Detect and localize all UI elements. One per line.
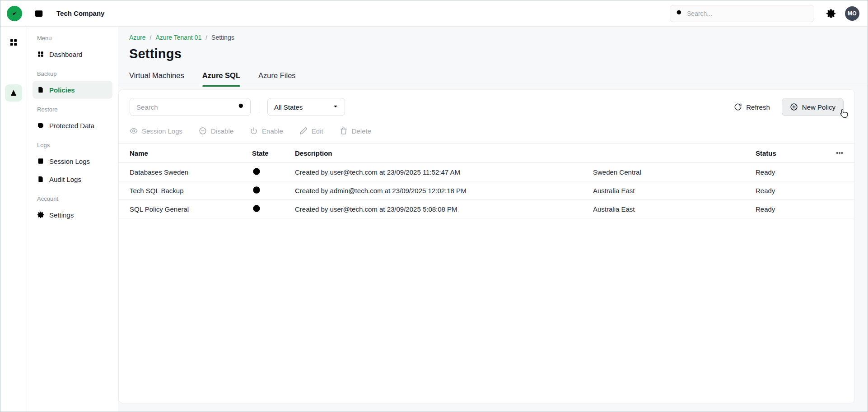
table-header-row: Name State Description Status <box>119 143 854 163</box>
new-policy-button[interactable]: New Policy <box>782 98 844 116</box>
bulk-action-label: Enable <box>262 127 283 135</box>
sidebar-section-menu: Menu <box>37 35 108 42</box>
sidebar-item-label: Session Logs <box>49 157 90 165</box>
policy-name: SQL Policy General <box>130 205 252 213</box>
breadcrumb-tenant[interactable]: Azure Tenant 01 <box>155 34 201 41</box>
chevron-down-icon <box>332 103 339 111</box>
company-name: Tech Company <box>56 9 104 17</box>
global-search[interactable] <box>670 5 814 22</box>
settings-icon <box>37 211 44 218</box>
brand-logo-icon <box>7 6 22 21</box>
table-options-button[interactable] <box>835 149 844 157</box>
eye-icon <box>130 127 138 135</box>
state-filter-dropdown[interactable]: All States <box>267 98 345 116</box>
topbar-left: Tech Company <box>7 6 104 21</box>
bulk-enable-button[interactable]: Enable <box>250 127 283 135</box>
breadcrumb-separator: / <box>150 34 152 41</box>
sidebar-section-restore: Restore <box>37 106 108 113</box>
plus-circle-icon <box>790 103 798 111</box>
policies-icon <box>37 86 44 93</box>
table-row[interactable]: Tech SQL Backup Created by admin@tech.co… <box>119 181 854 200</box>
table-header-state: State <box>252 149 295 157</box>
table-row[interactable]: SQL Policy General Created by user@tech.… <box>119 200 854 218</box>
main-content: Azure / Azure Tenant 01 / Settings Setti… <box>118 27 868 412</box>
policy-description: Created by admin@tech.com at 23/09/2025 … <box>295 187 593 194</box>
refresh-icon <box>734 103 742 111</box>
bulk-action-label: Disable <box>211 127 233 135</box>
breadcrumb-current: Settings <box>211 34 234 41</box>
policy-search-input[interactable] <box>136 103 238 111</box>
minus-circle-icon <box>199 127 207 135</box>
settings-gear-icon[interactable] <box>826 9 836 19</box>
page-title: Settings <box>129 46 868 61</box>
pencil-icon <box>299 127 308 135</box>
state-ok-icon <box>252 167 295 177</box>
audit-logs-icon <box>37 176 44 183</box>
policy-description: Created by user@tech.com at 23/09/2025 5… <box>295 205 593 213</box>
card-toolbar: All States Refresh <box>119 90 854 122</box>
body-columns: Menu Dashboard Backup Policies Restore P <box>0 27 868 412</box>
table-row[interactable]: Databases Sweden Created by user@tech.co… <box>119 163 854 181</box>
policy-status: Ready <box>756 168 826 176</box>
search-icon <box>238 102 245 111</box>
trash-icon <box>340 127 348 135</box>
sidebar-item-audit-logs[interactable]: Audit Logs <box>33 170 112 188</box>
bulk-session-logs-button[interactable]: Session Logs <box>130 127 182 135</box>
policy-name: Tech SQL Backup <box>130 187 252 194</box>
policies-table: Name State Description Status Databases … <box>119 143 854 218</box>
topbar-right: MO <box>670 5 859 22</box>
policy-name: Databases Sweden <box>130 168 252 176</box>
refresh-label: Refresh <box>746 103 770 111</box>
topbar: Tech Company MO <box>0 0 868 27</box>
sidebar-toggle-button[interactable] <box>34 9 44 19</box>
policy-search[interactable] <box>130 98 251 116</box>
bulk-action-label: Edit <box>312 127 323 135</box>
bulk-disable-button[interactable]: Disable <box>199 127 233 135</box>
bulk-action-bar: Session Logs Disable Enable <box>119 122 854 143</box>
tab-bar: Virtual Machines Azure SQL Azure Files <box>118 71 868 86</box>
table-header-description: Description <box>295 149 593 157</box>
table-header-name: Name <box>130 149 252 157</box>
tab-azure-sql[interactable]: Azure SQL <box>202 71 240 86</box>
sidebar-item-session-logs[interactable]: Session Logs <box>33 152 112 170</box>
global-search-input[interactable] <box>687 10 808 17</box>
app-window: Tech Company MO Me <box>0 0 868 412</box>
table-header-status: Status <box>756 149 826 157</box>
icon-rail <box>0 27 27 412</box>
rail-dashboard-icon[interactable] <box>5 34 22 51</box>
sidebar-item-label: Settings <box>49 211 74 219</box>
power-icon <box>250 127 258 135</box>
policies-card: All States Refresh <box>118 89 855 403</box>
bulk-delete-button[interactable]: Delete <box>340 127 371 135</box>
tab-azure-files[interactable]: Azure Files <box>258 71 296 86</box>
bulk-action-label: Delete <box>352 127 371 135</box>
policy-status: Ready <box>756 187 826 194</box>
breadcrumb: Azure / Azure Tenant 01 / Settings <box>118 27 868 41</box>
search-icon <box>676 9 683 18</box>
sidebar-item-label: Audit Logs <box>49 176 81 183</box>
policy-status: Ready <box>756 205 826 213</box>
bulk-action-label: Session Logs <box>142 127 182 135</box>
breadcrumb-azure[interactable]: Azure <box>129 34 146 41</box>
tab-virtual-machines[interactable]: Virtual Machines <box>129 71 184 86</box>
policy-region: Australia East <box>593 205 756 213</box>
policy-description: Created by user@tech.com at 23/09/2025 1… <box>295 168 593 176</box>
sidebar-item-label: Protected Data <box>49 122 94 130</box>
sidebar-section-account: Account <box>37 195 108 202</box>
new-policy-label: New Policy <box>802 103 835 111</box>
dashboard-icon <box>37 51 44 58</box>
state-filter-value: All States <box>274 103 303 111</box>
sidebar-item-label: Dashboard <box>49 51 82 58</box>
sidebar-section-logs: Logs <box>37 142 108 148</box>
protected-data-icon <box>37 122 44 129</box>
sidebar-item-policies[interactable]: Policies <box>33 81 112 99</box>
rail-azure-icon[interactable] <box>5 84 22 102</box>
user-avatar[interactable]: MO <box>845 6 859 21</box>
refresh-button[interactable]: Refresh <box>734 103 770 111</box>
sidebar-item-protected-data[interactable]: Protected Data <box>33 116 112 134</box>
sidebar-item-label: Policies <box>49 86 75 94</box>
sidebar-item-settings[interactable]: Settings <box>33 206 112 224</box>
sidebar-item-dashboard[interactable]: Dashboard <box>33 45 112 63</box>
session-logs-icon <box>37 157 44 165</box>
bulk-edit-button[interactable]: Edit <box>299 127 323 135</box>
